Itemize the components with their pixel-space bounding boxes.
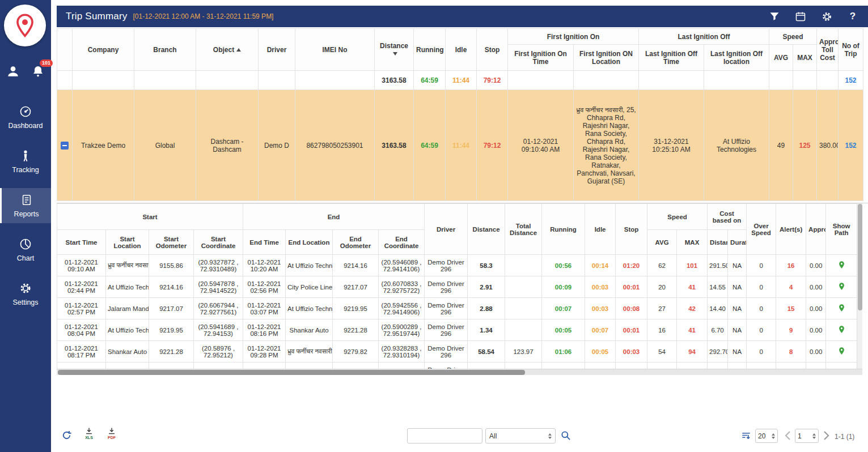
start-time-cell: 01-12-2021 09:10 AM [57,255,106,276]
col-distance-header: Distance [468,204,505,255]
users-button[interactable] [5,63,21,79]
sidebar-nav: Dashboard Tracking Reports [0,100,51,312]
sidebar-item-reports[interactable]: Reports [0,188,51,223]
top-bar-actions: ? [768,10,859,23]
sort-ascending-icon [236,48,241,52]
speed-max-cell: 41 [677,276,708,298]
rows-per-page-button[interactable] [740,431,752,444]
sidebar-item-label: Chart [17,254,35,262]
show-path-pin-icon[interactable] [837,304,846,312]
col-idle-header[interactable]: Idle [446,29,477,71]
filter-select[interactable]: All [485,428,556,444]
col-end-time-header: End Time [243,230,286,255]
col-running-header[interactable]: Running [414,29,446,71]
show-path-pin-icon[interactable] [837,325,846,334]
col-speed-max-header[interactable]: MAX [793,45,817,71]
export-xls-button[interactable]: XLS [83,427,95,440]
show-path-pin-icon[interactable] [837,261,846,269]
empty-cell [57,71,73,90]
sidebar-item-settings[interactable]: Settings [0,276,51,312]
show-path-cell [826,319,857,341]
col-stop-header[interactable]: Stop [477,29,508,71]
col-start-location-header: Start Location [106,230,149,255]
search-button[interactable] [560,430,571,444]
row-checkbox[interactable] [61,142,69,150]
end-odometer-cell: 9217.07 [333,276,379,298]
running-cell: 00:05 [542,319,585,341]
page-number-input[interactable]: 1 [795,429,819,443]
col-last-ignition-off-location-header[interactable]: Last Ignition Off location [704,45,769,71]
sidebar-item-chart[interactable]: Chart [0,232,51,267]
speed-max-cell: 125 [793,90,817,201]
col-first-ignition-on-location-header[interactable]: First Ignition ON Location [574,45,639,71]
col-imei-header[interactable]: IMEI No [295,29,375,71]
page-size-select[interactable]: 20 [755,429,778,443]
col-over-speed-header: Over Speed [747,204,776,255]
schedule-button[interactable] [794,10,807,23]
start-location-cell: At Uffizio Technologies [106,276,149,298]
approx-toll-cost-cell: 0.00 [806,341,826,363]
end-location-cell: Shankar Auto [286,319,333,341]
show-path-pin-icon[interactable] [837,347,846,355]
previous-page-button[interactable] [785,430,791,443]
settings-button[interactable] [820,10,833,23]
speed-avg-cell: 27 [647,298,677,319]
page-number-value: 1 [798,432,802,440]
cost-distance-cell: 292.70 [708,341,728,363]
sidebar-quick-icons: 101 [0,63,51,79]
driver-cell: Demo Driver 296 [425,341,468,363]
over-speed-cell: 0 [747,276,776,298]
first-ignition-on-time-cell: 01-12-2021 09:10:40 AM [508,90,574,201]
end-odometer-cell: 9279.82 [333,341,379,363]
driver-cell: Demo Driver 296 [425,255,468,276]
col-object-header[interactable]: Object [196,29,259,71]
location-pin-icon [12,12,38,39]
download-icon [84,427,94,435]
cost-duration-cell: NA [728,319,747,341]
vertical-scrollbar[interactable] [857,203,862,375]
col-distance-header[interactable]: Distance [375,29,414,71]
idle-cell: 00:07 [585,319,616,341]
vertical-scrollbar-thumb[interactable] [858,204,862,310]
filter-button[interactable] [768,10,781,23]
end-odometer-cell: 9219.95 [333,298,379,319]
col-driver-header[interactable]: Driver [259,29,295,71]
col-no-of-trip-header[interactable]: No of Trip [839,29,863,71]
empty-cell [793,71,817,90]
over-speed-cell: 0 [747,255,776,276]
col-approx-toll-cost-header[interactable]: Approx Toll Cost [817,29,839,71]
running-cell: 00:09 [542,276,585,298]
show-path-pin-icon[interactable] [837,282,846,291]
col-company-header[interactable]: Company [73,29,134,71]
running-cell: 00:56 [542,255,585,276]
col-speed-avg-header[interactable]: AVG [769,45,793,71]
idle-cell: 11:44 [446,90,477,201]
totals-no-of-trip[interactable]: 152 [839,71,863,90]
app-logo[interactable] [4,5,46,46]
refresh-button[interactable] [61,430,72,443]
sidebar-item-dashboard[interactable]: Dashboard [0,100,51,135]
select-all-header[interactable] [57,29,73,71]
col-last-ignition-off-time-header[interactable]: Last Ignition Off Time [639,45,704,71]
search-input[interactable] [407,428,482,444]
col-first-ignition-on-time-header[interactable]: First Ignition On Time [508,45,574,71]
next-page-button[interactable] [823,430,829,443]
notifications-button[interactable]: 101 [30,63,46,79]
sidebar-item-label: Settings [12,299,38,306]
col-branch-header[interactable]: Branch [134,29,196,71]
horizontal-scrollbar[interactable] [57,369,862,375]
no-of-trip-cell[interactable]: 152 [839,90,863,201]
export-pdf-button[interactable]: PDF [105,427,118,440]
help-button[interactable]: ? [846,10,859,23]
stop-cell: 00:01 [616,276,647,298]
approx-toll-cost-cell: 380.00 [817,90,839,201]
top-bar: Trip Summary [01-12-2021 12:00 AM - 31-1… [57,6,868,27]
stop-cell: 00:03 [616,341,647,363]
sidebar-item-tracking[interactable]: Tracking [0,144,51,179]
horizontal-scrollbar-thumb[interactable] [58,370,525,375]
pdf-label: PDF [108,436,116,440]
show-path-cell [826,298,857,319]
driver-cell: Demo D [259,90,295,201]
trip-row: 01-12-2021 08:17 PM Shankar Auto 9221.28… [57,341,857,363]
col-distance-label: Distance [380,42,408,50]
